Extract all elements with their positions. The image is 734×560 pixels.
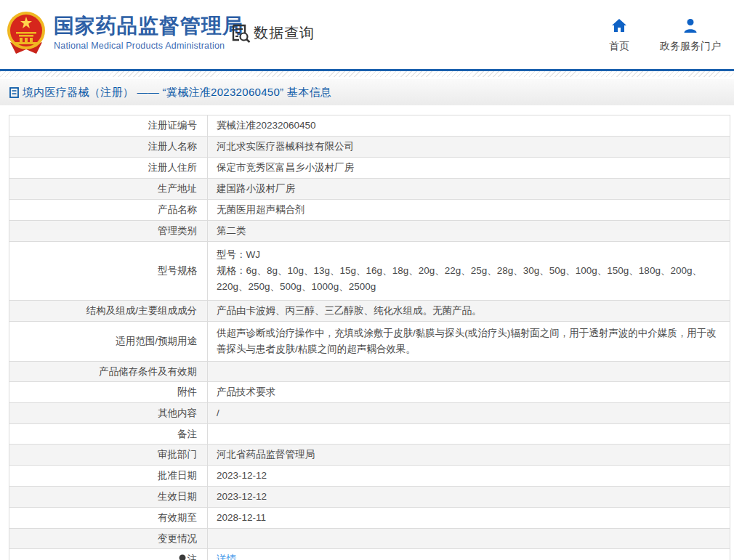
row-label: 审批部门 bbox=[9, 445, 208, 466]
row-value: 2023-12-12 bbox=[208, 487, 730, 508]
row-label: 产品名称 bbox=[9, 200, 208, 221]
row-label: 注 bbox=[9, 549, 208, 560]
document-search-icon bbox=[231, 23, 251, 43]
table-row: 生效日期 2023-12-12 bbox=[9, 487, 730, 508]
table-row: 变更情况 bbox=[9, 529, 730, 549]
row-value: / bbox=[208, 403, 730, 424]
row-label: 生产地址 bbox=[9, 179, 208, 200]
row-value: 产品技术要求 bbox=[208, 382, 730, 403]
table-row: 注册人住所 保定市竞秀区富昌乡小汲村厂房 bbox=[9, 158, 730, 179]
row-label: 适用范围/预期用途 bbox=[9, 322, 208, 362]
row-value: 第二类 bbox=[208, 221, 730, 242]
row-value: 2023-12-12 bbox=[208, 466, 730, 487]
row-value bbox=[208, 529, 730, 549]
row-value bbox=[208, 362, 730, 382]
row-label: 其他内容 bbox=[9, 403, 208, 424]
page-header: 国家药品监督管理局 National Medical Products Admi… bbox=[0, 0, 734, 69]
table-row: 注册人名称 河北求实医疗器械科技有限公司 bbox=[9, 137, 730, 158]
row-label: 产品储存条件及有效期 bbox=[9, 362, 208, 382]
note-icon bbox=[178, 554, 186, 560]
row-label: 生效日期 bbox=[9, 487, 208, 508]
org-name-cn: 国家药品监督管理局 bbox=[54, 15, 243, 38]
user-icon bbox=[682, 17, 698, 33]
row-label: 注册证编号 bbox=[9, 115, 208, 137]
row-label: 变更情况 bbox=[9, 529, 208, 549]
model-line: 型号：WJ bbox=[217, 247, 721, 263]
row-value bbox=[208, 424, 730, 445]
table-row: 型号规格 型号：WJ 规格：6g、8g、10g、13g、15g、16g、18g、… bbox=[9, 242, 730, 301]
table-row: 生产地址 建国路小汲村厂房 bbox=[9, 179, 730, 200]
table-row: 有效期至 2028-12-11 bbox=[9, 508, 730, 529]
table-row: 结构及组成/主要组成成分 产品由卡波姆、丙三醇、三乙醇胺、纯化水组成。无菌产品。 bbox=[9, 301, 730, 322]
table-row: 批准日期 2023-12-12 bbox=[9, 466, 730, 487]
row-value: 2028-12-11 bbox=[208, 508, 730, 529]
table-row: 注 详情 bbox=[9, 549, 730, 560]
org-title-block: 国家药品监督管理局 National Medical Products Admi… bbox=[54, 15, 243, 51]
row-value: 保定市竞秀区富昌乡小汲村厂房 bbox=[208, 158, 730, 179]
home-icon bbox=[611, 17, 627, 33]
breadcrumb: 境内医疗器械（注册） —— “冀械注准20232060450” 基本信息 bbox=[0, 79, 734, 105]
table-row: 注册证编号 冀械注准20232060450 bbox=[9, 115, 730, 137]
table-row: 管理类别 第二类 bbox=[9, 221, 730, 242]
row-value: 型号：WJ 规格：6g、8g、10g、13g、15g、16g、18g、20g、2… bbox=[208, 242, 730, 301]
table-row: 产品名称 无菌医用超声耦合剂 bbox=[9, 200, 730, 221]
detail-link[interactable]: 详情 bbox=[217, 553, 236, 560]
row-value: 河北求实医疗器械科技有限公司 bbox=[208, 137, 730, 158]
row-label: 注册人住所 bbox=[9, 158, 208, 179]
table-row: 备注 bbox=[9, 424, 730, 445]
row-value: 供超声诊断或治疗操作中，充填或涂敷于皮肤/黏膜与探头(或治疗头)辐射面之间，用于… bbox=[208, 322, 730, 362]
row-label: 结构及组成/主要组成成分 bbox=[9, 301, 208, 322]
top-nav: 首页 政务服务门户 bbox=[609, 17, 721, 53]
table-row: 适用范围/预期用途 供超声诊断或治疗操作中，充填或涂敷于皮肤/黏膜与探头(或治疗… bbox=[9, 322, 730, 362]
nav-home[interactable]: 首页 bbox=[609, 17, 629, 53]
row-value: 建国路小汲村厂房 bbox=[208, 179, 730, 200]
row-label: 附件 bbox=[9, 382, 208, 403]
nav-gov-portal-label: 政务服务门户 bbox=[660, 40, 721, 53]
data-query-title: 数据查询 bbox=[231, 23, 315, 43]
org-name-en: National Medical Products Administration bbox=[54, 41, 243, 51]
row-value: 详情 bbox=[208, 549, 730, 560]
spec-line: 规格：6g、8g、10g、13g、15g、16g、18g、20g、22g、25g… bbox=[217, 263, 721, 295]
row-value: 无菌医用超声耦合剂 bbox=[208, 200, 730, 221]
data-query-label: 数据查询 bbox=[254, 23, 315, 43]
national-emblem-icon bbox=[6, 10, 47, 58]
list-document-icon bbox=[9, 87, 19, 98]
nav-home-label: 首页 bbox=[609, 40, 629, 53]
row-label: 型号规格 bbox=[9, 242, 208, 301]
row-label: 注册人名称 bbox=[9, 137, 208, 158]
registration-info-table: 注册证编号 冀械注准20232060450 注册人名称 河北求实医疗器械科技有限… bbox=[9, 115, 730, 560]
row-label: 管理类别 bbox=[9, 221, 208, 242]
row-value: 产品由卡波姆、丙三醇、三乙醇胺、纯化水组成。无菌产品。 bbox=[208, 301, 730, 322]
table-row: 产品储存条件及有效期 bbox=[9, 362, 730, 382]
nav-gov-portal[interactable]: 政务服务门户 bbox=[660, 17, 721, 53]
table-row: 审批部门 河北省药品监督管理局 bbox=[9, 445, 730, 466]
row-label: 有效期至 bbox=[9, 508, 208, 529]
table-row: 附件 产品技术要求 bbox=[9, 382, 730, 403]
hatch-stripe-band bbox=[0, 71, 734, 77]
row-label: 备注 bbox=[9, 424, 208, 445]
row-value: 河北省药品监督管理局 bbox=[208, 445, 730, 466]
breadcrumb-text: 境内医疗器械（注册） —— “冀械注准20232060450” 基本信息 bbox=[23, 86, 331, 100]
table-row: 其他内容 / bbox=[9, 403, 730, 424]
row-value: 冀械注准20232060450 bbox=[208, 115, 730, 137]
row-label: 批准日期 bbox=[9, 466, 208, 487]
